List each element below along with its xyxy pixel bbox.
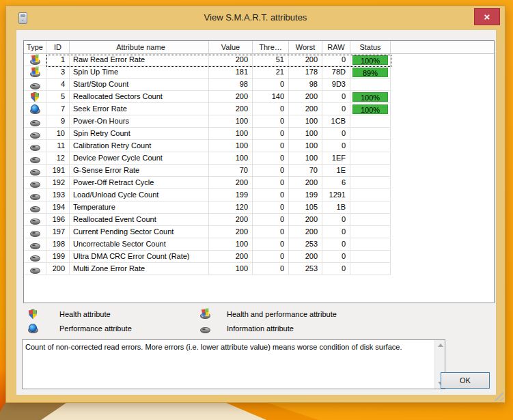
cell-attribute-name: Ultra DMA CRC Error Count (Rate) (70, 251, 209, 263)
cell-status (350, 79, 391, 91)
table-row[interactable]: 11Calibration Retry Count10001000 (24, 140, 391, 152)
cell-status (350, 201, 391, 214)
cell-raw: 0 (322, 238, 350, 251)
cell-status: 89% (350, 66, 391, 79)
cell-attribute-name: Current Pending Sector Count (70, 226, 209, 238)
health-and-performance-icon (199, 309, 210, 320)
cell-raw: 78D (322, 66, 350, 79)
table-row[interactable]: 12Device Power Cycle Count10001001EF (24, 152, 391, 165)
status-badge: 89% (352, 68, 388, 77)
cell-id: 192 (46, 177, 70, 189)
cell-id: 10 (46, 128, 70, 140)
cell-type (24, 177, 46, 189)
column-header-type[interactable]: Type (24, 41, 46, 54)
titlebar[interactable]: View S.M.A.R.T. attributes × (6, 6, 505, 29)
cell-id: 193 (46, 189, 70, 201)
cell-status (350, 238, 391, 251)
cell-threshold: 0 (253, 214, 289, 226)
cell-worst: 200 (289, 226, 322, 238)
cell-threshold: 140 (253, 91, 289, 103)
smart-attributes-dialog: View S.M.A.R.T. attributes × Type ID Att… (5, 5, 505, 403)
table-row[interactable]: 193Load/Unload Cycle Count19901991291 (24, 189, 391, 201)
legend-information: Information attribute (199, 323, 404, 335)
table-row[interactable]: 200Multi Zone Error Rate10002530 (24, 263, 391, 275)
table-row[interactable]: 194Temperature12001051B (24, 201, 391, 214)
status-badge: 100% (352, 55, 388, 65)
column-header-attribute-name[interactable]: Attribute name (70, 41, 209, 54)
table-row[interactable]: 192Power-Off Retract Cycle20002006 (24, 177, 391, 189)
information-icon (29, 165, 40, 176)
cell-threshold: 21 (253, 66, 289, 79)
information-icon (29, 214, 40, 225)
cell-threshold: 0 (253, 79, 289, 91)
cell-attribute-name: Spin Up Time (70, 66, 209, 79)
column-header-threshold[interactable]: Thre… (253, 41, 289, 54)
cell-attribute-name: Uncorrectable Sector Count (70, 238, 209, 251)
legend-health-performance: Health and performance attribute (199, 309, 404, 320)
column-header-raw[interactable]: RAW (322, 41, 350, 54)
column-header-value[interactable]: Value (209, 41, 253, 54)
cell-threshold: 0 (253, 238, 289, 251)
cell-type (24, 54, 46, 66)
legend-performance: Performance attribute (27, 323, 191, 335)
table-row[interactable]: 199Ultra DMA CRC Error Count (Rate)20002… (24, 251, 391, 263)
cell-worst: 200 (289, 251, 322, 263)
cell-attribute-name: Multi Zone Error Rate (70, 263, 209, 275)
cell-value: 100 (209, 140, 253, 152)
cell-type (24, 226, 46, 238)
scrollbar-up-button[interactable] (436, 341, 445, 350)
table-body: 1Raw Read Error Rate200512000100%3Spin U… (24, 54, 494, 275)
cell-raw: 0 (322, 103, 350, 115)
close-button[interactable]: × (474, 8, 500, 25)
table-row[interactable]: 197Current Pending Sector Count20002000 (24, 226, 391, 238)
cell-worst: 70 (289, 165, 322, 177)
cell-raw: 0 (322, 251, 350, 263)
cell-value: 200 (209, 54, 253, 66)
cell-value: 98 (209, 79, 253, 91)
cell-status: 100% (350, 103, 391, 115)
cell-type (24, 91, 46, 103)
cell-threshold: 0 (253, 201, 289, 214)
close-icon: × (484, 11, 490, 23)
information-icon (29, 227, 40, 238)
listview-header: Type ID Attribute name Value Thre… Worst… (24, 41, 494, 54)
dialog-client-area: Type ID Attribute name Value Thre… Worst… (16, 29, 497, 395)
table-row[interactable]: 1Raw Read Error Rate200512000100% (24, 54, 391, 66)
cell-attribute-name: Device Power Cycle Count (70, 152, 209, 165)
cell-attribute-name: Spin Retry Count (70, 128, 209, 140)
cell-attribute-name: Power-Off Retract Cycle (70, 177, 209, 189)
health-icon (27, 309, 38, 320)
cell-id: 12 (46, 152, 70, 165)
cell-id: 196 (46, 214, 70, 226)
table-row[interactable]: 198Uncorrectable Sector Count10002530 (24, 238, 391, 251)
attribute-description-box[interactable]: Count of non-corrected read errors. More… (22, 339, 445, 389)
column-header-worst[interactable]: Worst (289, 41, 322, 54)
table-row[interactable]: 7Seek Error Rate20002000100% (24, 103, 391, 115)
cell-worst: 105 (289, 201, 322, 214)
cell-attribute-name: Reallocated Event Count (70, 214, 209, 226)
table-row[interactable]: 191G-Sense Error Rate700701E (24, 165, 391, 177)
table-row[interactable]: 4Start/Stop Count980989D3 (24, 79, 391, 91)
ok-button[interactable]: OK (441, 372, 490, 389)
table-row[interactable]: 10Spin Retry Count10001000 (24, 128, 391, 140)
information-icon (29, 153, 40, 164)
cell-threshold: 0 (253, 226, 289, 238)
table-row[interactable]: 9Power-On Hours10001001CB (24, 115, 391, 128)
cell-attribute-name: G-Sense Error Rate (70, 165, 209, 177)
cell-id: 191 (46, 165, 70, 177)
legend-health: Health attribute (27, 309, 191, 320)
table-row[interactable]: 3Spin Up Time1812117878D89% (24, 66, 391, 79)
cell-id: 200 (46, 263, 70, 275)
cell-id: 199 (46, 251, 70, 263)
cell-threshold: 0 (253, 140, 289, 152)
table-row[interactable]: 5Reallocated Sectors Count2001402000100% (24, 91, 391, 103)
cell-raw: 9D3 (322, 79, 350, 91)
column-header-id[interactable]: ID (46, 41, 70, 54)
cell-status (350, 165, 391, 177)
cell-worst: 100 (289, 152, 322, 165)
cell-type (24, 140, 46, 152)
column-header-status[interactable]: Status (350, 41, 391, 54)
cell-id: 7 (46, 103, 70, 115)
table-row[interactable]: 196Reallocated Event Count20002000 (24, 214, 391, 226)
information-icon (29, 264, 40, 275)
